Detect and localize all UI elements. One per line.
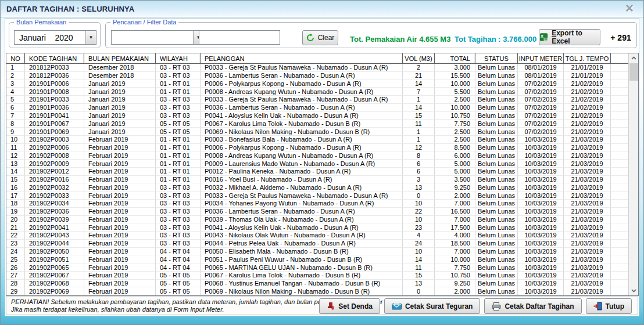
table-row[interactable]: 8201901P0067Januari 201905 - RT 05P0067 … (6, 120, 629, 128)
table-row[interactable]: 13201902P0009Februari 201901 - RT 01P000… (6, 160, 629, 168)
table-cell: 01 - RT 01 (156, 176, 201, 184)
table-row[interactable]: 6201901P0036Januari 201903 - RT 03P0036 … (6, 104, 629, 112)
filter-combobox[interactable]: ▼ (111, 30, 204, 45)
table-cell: Januari 2019 (84, 80, 156, 88)
vertical-scrollbar[interactable] (628, 53, 638, 295)
table-row[interactable]: 20201902P0039Februari 201903 - RT 03P003… (6, 216, 629, 224)
column-header[interactable]: INPUT METER (518, 53, 564, 63)
table-cell: Belum Lunas (475, 104, 518, 112)
bulan-pemakaian-combobox[interactable]: Januari 2020 ▼ (14, 30, 96, 45)
cetak-surat-teguran-button[interactable]: Cetak Surat Teguran (384, 298, 480, 314)
table-cell: Februari 2019 (84, 255, 156, 263)
table-row[interactable]: 27201902P0067Februari 201905 - RT 05P006… (6, 272, 629, 280)
column-header[interactable]: WILAYAH (156, 53, 201, 63)
app-window: DAFTAR TAGIHAN : SELURUHNYA ✕ Bulan Pema… (0, 0, 644, 325)
table-cell: P0050 - Elisabeth Mala - Nubamado - Dusu… (201, 248, 403, 256)
table-cell: 4.000 (435, 232, 475, 240)
table-cell: P0065 - MARTINA GELU UJAN - Nubamado - D… (201, 263, 403, 272)
footer-panel: PERHATIAN! Sebelum melakukan pembayaran … (6, 296, 638, 315)
table-cell: 21/03/2019 (564, 240, 611, 248)
table-cell: 07/02/2019 (518, 112, 564, 120)
table-cell: 05 - RT 05 (156, 128, 201, 136)
table-row[interactable]: 16201902P0032Februari 201903 - RT 03P003… (6, 183, 629, 192)
column-header[interactable]: NO (6, 53, 25, 63)
table-cell: 1 (403, 128, 435, 136)
table-cell: 10/03/2019 (518, 263, 564, 272)
table-cell: 21/03/2019 (564, 168, 611, 176)
table-cell: Februari 2019 (84, 248, 156, 256)
table-cell-filler (611, 72, 629, 80)
table-cell: 13 (403, 183, 435, 192)
cetak-daftar-tagihan-button[interactable]: Cetak Daftar Tagihan (484, 298, 581, 314)
table-cell: Belum Lunas (475, 255, 518, 263)
column-header[interactable]: VOL (M3) (403, 53, 435, 63)
table-cell: Belum Lunas (475, 183, 518, 192)
table-cell: 201901P0006 (25, 80, 84, 88)
table-cell: Belum Lunas (475, 223, 518, 232)
table-cell: 10.000 (435, 255, 475, 263)
table-cell: 08/01/2019 (518, 72, 564, 80)
table-row[interactable]: 12201902P0008Februari 201901 - RT 01P000… (6, 151, 629, 160)
table-row[interactable]: 3201901P0006Januari 201901 - RT 01P0006 … (6, 80, 629, 88)
column-header[interactable]: PELANGGAN (201, 53, 403, 63)
table-cell: 10/03/2019 (518, 208, 564, 216)
close-icon[interactable]: ✕ (625, 2, 634, 15)
table-row[interactable]: 29201902P0069Februari 201905 - RT 05P006… (6, 287, 629, 295)
table-cell: 6 (403, 160, 435, 168)
table-row[interactable]: 17201902P0033Februari 201903 - RT 03P003… (6, 192, 629, 200)
table-cell-filler (611, 263, 629, 272)
table-row[interactable]: 23201902P0044Februari 201903 - RT 03P004… (6, 240, 629, 248)
column-header[interactable]: KODE TAGIHAN (25, 53, 84, 63)
set-denda-button[interactable]: Set Denda (319, 298, 380, 314)
table-cell: 8 (6, 120, 25, 128)
table-cell: 201812P0033 (25, 64, 84, 72)
clear-button[interactable]: Clear (302, 30, 338, 45)
table-cell: 05 - RT 05 (156, 120, 201, 128)
table-row[interactable]: 4201901P0008Januari 201901 - RT 01P0008 … (6, 88, 629, 96)
scroll-down-icon[interactable] (629, 286, 639, 295)
table-row[interactable]: 9201901P0069Januari 201905 - RT 05P0069 … (6, 128, 629, 136)
table-row[interactable]: 15201902P0016Februari 201901 - RT 01P001… (6, 176, 629, 184)
pencarian-groupbox: Pencarian / Filter Data ▼ Clear Tot. Pem… (105, 22, 637, 48)
table-cell: Belum Lunas (475, 263, 518, 272)
table-row[interactable]: 2201812P0036Desember 201803 - RT 03P0036… (6, 72, 629, 80)
table-row[interactable]: 26201902P0065Februari 201904 - RT 04P006… (6, 263, 629, 272)
table-cell: 1 (6, 64, 25, 72)
scroll-up-icon[interactable] (629, 53, 639, 63)
table-row[interactable]: 24201902P0050Februari 201904 - RT 04P005… (6, 248, 629, 256)
table-row[interactable]: 18201902P0034Februari 201903 - RT 03P003… (6, 200, 629, 208)
table-cell: Belum Lunas (475, 72, 518, 80)
table-row[interactable]: 5201901P0033Januari 201903 - RT 03P0033 … (6, 96, 629, 104)
tutup-button[interactable]: Tutup (586, 298, 632, 314)
table-cell: 201902P0051 (25, 255, 84, 263)
chevron-down-icon[interactable]: ▼ (85, 31, 96, 44)
table-cell: P0068 - Yustinus Emanuel Tangan - Nubama… (201, 280, 403, 288)
table-cell: 10.000 (435, 80, 475, 88)
table-row[interactable]: 1201812P0033Desember 201803 - RT 03P0033… (6, 64, 629, 72)
table-row[interactable]: 7201901P0041Januari 201903 - RT 03P0041 … (6, 112, 629, 120)
table-cell: 10.000 (435, 104, 475, 112)
table-cell: P0069 - Nikolaus Nilon Making - Nubamado… (201, 128, 403, 136)
table-cell: 9.250 (435, 280, 475, 288)
scrollbar-thumb[interactable] (629, 63, 638, 81)
column-header[interactable]: TGL J. TEMPO (564, 53, 611, 63)
table-cell: 25 (6, 255, 25, 263)
table-cell: 201901P0008 (25, 88, 84, 96)
table-row[interactable]: 10201902P0003Februari 201901 - RT 01P000… (6, 136, 629, 144)
export-to-excel-button[interactable]: X Export to Excel (539, 29, 600, 45)
table-cell: 01 - RT 01 (156, 151, 201, 160)
column-header[interactable]: TOTAL (435, 53, 475, 63)
table-row[interactable]: 14201902P0012Februari 201901 - RT 01P001… (6, 168, 629, 176)
table-row[interactable]: 21201902P0041Februari 201903 - RT 03P004… (6, 223, 629, 232)
table-row[interactable]: 19201902P0036Februari 201903 - RT 03P003… (6, 208, 629, 216)
table-row[interactable]: 28201902P0068Februari 201905 - RT 05P006… (6, 280, 629, 288)
table-row[interactable]: 22201902P0043Februari 201903 - RT 03P004… (6, 232, 629, 240)
table-cell: 4 (403, 232, 435, 240)
column-header[interactable]: STATUS (475, 53, 518, 63)
table-cell: 18.500 (435, 240, 475, 248)
table-cell: 11 (6, 144, 25, 152)
search-input[interactable] (199, 30, 280, 45)
table-row[interactable]: 25201902P0051Februari 201904 - RT 04P005… (6, 255, 629, 263)
column-header[interactable]: BULAN PEMAKAIAN (84, 53, 156, 63)
table-row[interactable]: 11201902P0006Februari 201901 - RT 01P000… (6, 144, 629, 152)
